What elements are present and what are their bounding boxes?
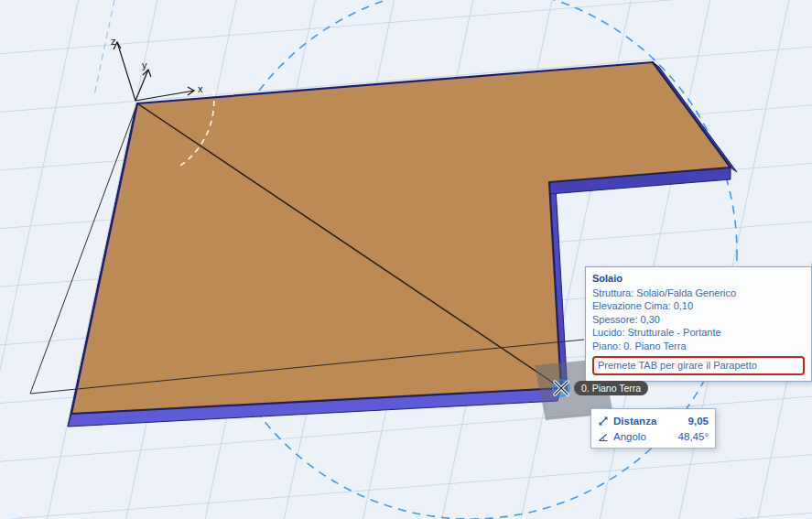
element-info-tag: Solaio Struttura: Solaio/Falda Generico …: [585, 266, 812, 382]
tracker-row-angle: Angolo 48,45°: [598, 428, 709, 444]
info-tag-title: Solaio: [592, 272, 805, 286]
angle-icon: [598, 431, 609, 442]
info-tag-line-story: Piano: 0. Piano Terra: [592, 340, 805, 353]
story-tag-label: 0. Piano Terra: [581, 383, 641, 394]
story-tag: 0. Piano Terra: [574, 381, 648, 395]
x-axis-label: x: [198, 83, 203, 94]
info-tag-line-layer: Lucido: Strutturale - Portante: [592, 326, 805, 340]
z-axis-label: z: [111, 36, 116, 47]
tracker-angle-label: Angolo: [613, 431, 666, 442]
tab-hint-message: Premete TAB per girare il Parapetto: [592, 356, 805, 375]
tracker-distance-label: Distanza: [613, 416, 666, 427]
info-tag-line-thickness: Spessore: 0,30: [592, 313, 805, 327]
coordinate-tracker: Distanza 9,05 Angolo 48,45°: [590, 408, 716, 449]
info-tag-line-elevation: Elevazione Cima: 0,10: [592, 299, 805, 313]
tracker-row-distance: Distanza 9,05: [598, 413, 709, 428]
tracker-distance-value[interactable]: 9,05: [666, 416, 709, 427]
archicad-3d-window: { "colors": { "background": "#edf2f9", "…: [0, 0, 812, 519]
y-axis-label: y: [142, 59, 147, 70]
tracker-angle-value[interactable]: 48,45°: [666, 431, 709, 442]
info-tag-line-structure: Struttura: Solaio/Falda Generico: [592, 287, 805, 300]
distance-icon: [598, 416, 609, 427]
